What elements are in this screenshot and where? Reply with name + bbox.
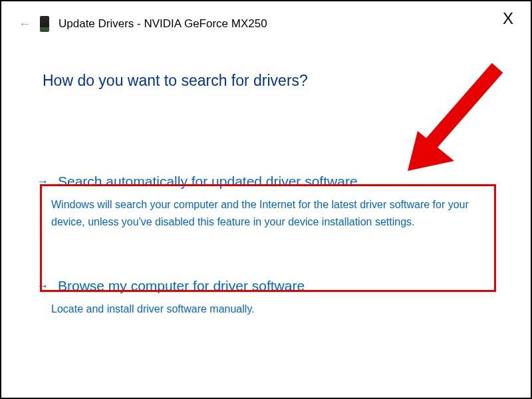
back-arrow-icon[interactable]: ← xyxy=(19,17,31,31)
option-search-automatically[interactable]: → Search automatically for updated drive… xyxy=(51,174,531,230)
option-title: Search automatically for updated driver … xyxy=(58,174,358,190)
option-description: Locate and install driver software manua… xyxy=(51,301,477,318)
device-icon xyxy=(40,16,49,32)
arrow-right-icon: → xyxy=(37,279,51,293)
dialog-title: Update Drivers - NVIDIA GeForce MX250 xyxy=(59,17,267,31)
option-description: Windows will search your computer and th… xyxy=(51,196,477,230)
close-button[interactable]: X xyxy=(503,9,513,28)
option-title: Browse my computer for driver software xyxy=(58,278,305,294)
svg-marker-0 xyxy=(408,131,454,171)
arrow-right-icon: → xyxy=(37,175,51,189)
option-browse-computer[interactable]: → Browse my computer for driver software… xyxy=(51,278,531,318)
dialog-header: ← Update Drivers - NVIDIA GeForce MX250 xyxy=(1,1,531,32)
main-heading: How do you want to search for drivers? xyxy=(43,72,531,90)
